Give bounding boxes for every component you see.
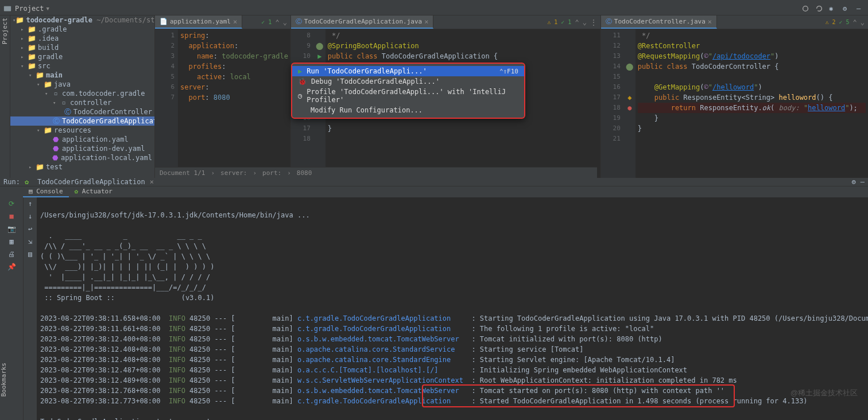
target-icon[interactable] [801, 5, 809, 13]
controller-code[interactable]: */ @RestController @RequestMapping(©"/ap… [636, 29, 868, 178]
tree-item-TodoCoderController[interactable]: ⒸTodoCoderController [10, 107, 154, 116]
up-icon[interactable]: ↑ [28, 200, 32, 208]
tree-item-TodoCoderGradleApplication[interactable]: ⒸTodoCoderGradleApplication [10, 116, 154, 126]
chevron-down-icon[interactable]: ⌄ [283, 18, 287, 26]
left-toolwindow-bar: Project [0, 15, 10, 178]
spring-icon: ✿ [25, 178, 33, 186]
tab-application-yaml[interactable]: 📄 application.yaml × [155, 15, 242, 29]
run-sidebar2: ↑ ↓ ↩ ⇲ ▤ [23, 197, 37, 420]
tree-item-resources[interactable]: ▾📁resources [10, 126, 154, 135]
actuator-tab[interactable]: ✿ Actuator [69, 186, 118, 197]
refresh-icon[interactable] [815, 5, 823, 13]
chevron-up-icon[interactable]: ⌃ [275, 18, 279, 26]
chevron-down-icon[interactable]: ⌄ [861, 18, 865, 26]
tree-item-build[interactable]: ▸📁build [10, 43, 154, 52]
tree-item-main[interactable]: ▾📁main [10, 71, 154, 80]
close-icon[interactable]: × [233, 18, 237, 26]
menu-profile[interactable]: ◷ Profile 'TodoCoderGradleAppli...' with… [292, 87, 524, 105]
tree-item-gradle[interactable]: ▸📁gradle [10, 52, 154, 61]
svg-point-1 [803, 6, 808, 11]
watermark: @稀土掘金技术社区 [790, 388, 858, 398]
log-line: 2023-08-22T09:38:11.658+08:00 INFO 48250… [40, 313, 865, 324]
bug-icon: 🐞 [298, 77, 307, 85]
minimize-icon[interactable]: — [857, 5, 865, 13]
gear-icon[interactable]: ⚙ [843, 5, 851, 13]
highlight-annotation [422, 384, 735, 407]
menu-debug[interactable]: 🐞 Debug 'TodoCoderGradleAppli...' [292, 76, 524, 87]
success-line: TodoCoderGradleApplication start success… [40, 418, 210, 420]
expand-icon[interactable]: ✱ [829, 5, 837, 13]
console-tab[interactable]: ▤ Console [23, 186, 69, 197]
project-tree[interactable]: ▾ 📁 todocoder-gradle ~/Documents/study/c… [10, 15, 155, 178]
minimize-icon[interactable]: — [861, 178, 865, 186]
chevron-up-icon[interactable]: ⌃ [853, 18, 857, 26]
actuator-icon: ✿ [75, 188, 79, 195]
tab-label: application.yaml [170, 18, 231, 25]
layout-icon[interactable]: ▦ [9, 238, 13, 246]
tree-root-path: ~/Documents/study/code/ [96, 16, 155, 24]
menu-label: Debug 'TodoCoderGradleAppli...' [311, 77, 440, 85]
run-panel: Run: ✿ TodoCoderGradleApplication × ⚙ — … [0, 178, 868, 420]
scroll-icon[interactable]: ⇲ [28, 238, 32, 246]
rerun-icon[interactable]: ⟳ [9, 200, 14, 208]
run-context-menu: ▶ Run 'TodoCoderGradleAppli...' ⌃⇧F10 🐞 … [291, 63, 525, 119]
tree-root-label: todocoder-gradle [26, 16, 92, 24]
tree-item-application-local-yaml[interactable]: ⬣application-local.yaml [10, 153, 154, 162]
log-line: 2023-08-22T09:38:12.408+08:00 INFO 48250… [40, 344, 865, 355]
close-icon[interactable]: × [424, 18, 428, 26]
tree-item-application-yaml[interactable]: ⬣application.yaml [10, 135, 154, 144]
pin-icon[interactable]: 📌 [7, 263, 16, 271]
tree-item-application-dev-yaml[interactable]: ⬣application-dev.yaml [10, 144, 154, 153]
menu-label: Modify Run Configuration... [311, 106, 423, 114]
clock-icon: ◷ [298, 92, 302, 100]
close-icon[interactable]: × [708, 18, 712, 26]
editor1-tabs: 📄 application.yaml × ✓ 1 ⌃ ⌄ [155, 15, 290, 29]
menu-run[interactable]: ▶ Run 'TodoCoderGradleAppli...' ⌃⇧F10 [292, 66, 524, 76]
stop-icon[interactable]: ■ [9, 212, 13, 220]
gutter-icons: ⬤ ◆ ● [624, 29, 636, 178]
java-class-icon: Ⓒ [296, 17, 302, 26]
gear-icon[interactable]: ⚙ [852, 178, 856, 186]
tree-item-com-todocoder-gradle[interactable]: ▾▫com.todocoder.gradle [10, 89, 154, 98]
camera-icon[interactable]: 📷 [7, 225, 16, 233]
yaml-code[interactable]: spring: application: name: todocoder-gra… [178, 29, 290, 178]
tree-item-java[interactable]: ▾📁java [10, 80, 154, 89]
close-icon[interactable]: × [150, 178, 154, 186]
editor2-tabs: Ⓒ TodoCoderGradleApplication.java × ⚠ 1 … [291, 15, 600, 29]
more-icon[interactable]: ⋮ [590, 18, 597, 26]
svg-rect-0 [4, 6, 11, 11]
menu-label: Profile 'TodoCoderGradleAppli...' with '… [307, 88, 518, 104]
filter-icon[interactable]: ▤ [28, 250, 32, 258]
project-toolwindow-tab[interactable]: Project [1, 18, 9, 44]
java-class-icon: Ⓒ [606, 17, 612, 26]
tree-root[interactable]: ▾ 📁 todocoder-gradle ~/Documents/study/c… [10, 15, 154, 25]
down-icon[interactable]: ↓ [28, 212, 32, 220]
project-label: Project [15, 5, 44, 13]
menu-modify-config[interactable]: Modify Run Configuration... [292, 105, 524, 115]
java-cmd: /Users/bingju328/soft/jdk-17.0.3.1.jdk/C… [40, 211, 310, 219]
tree-item-src[interactable]: ▾📁src [10, 61, 154, 71]
menu-shortcut: ⌃⇧F10 [499, 68, 518, 75]
wrap-icon[interactable]: ↩ [28, 225, 32, 233]
tree-item--idea[interactable]: ▸📁.idea [10, 34, 154, 43]
gutter: 1234567 [155, 29, 178, 178]
tree-item-controller[interactable]: ▾▫controller [10, 98, 154, 107]
print-icon[interactable]: 🖨 [8, 250, 15, 258]
tab-application-java[interactable]: Ⓒ TodoCoderGradleApplication.java × [291, 15, 434, 29]
editor-breadcrumb: Document 1/1 › server: › port: › 8080 [155, 167, 597, 178]
log-line: 2023-08-22T09:38:12.408+08:00 INFO 48250… [40, 355, 865, 365]
tree-item-test[interactable]: ▸📁test [10, 162, 154, 172]
log-line: 2023-08-22T09:38:11.661+08:00 INFO 48250… [40, 324, 865, 334]
log-line: 2023-08-22T09:38:12.400+08:00 INFO 48250… [40, 334, 865, 344]
bookmarks-toolwindow[interactable]: Bookmarks [0, 361, 10, 402]
tab-controller-java[interactable]: Ⓒ TodoCoderController.java × [601, 15, 717, 29]
console-icon: ▤ [29, 188, 33, 195]
chevron-down-icon[interactable]: ⌄ [583, 18, 587, 26]
project-selector[interactable]: Project ▼ [15, 5, 49, 13]
run-label: Run: [3, 178, 20, 186]
tree-item--gradle[interactable]: ▸📁.gradle [10, 25, 154, 34]
tab-label: TodoCoderGradleApplication.java [304, 18, 422, 25]
top-toolbar: Project ▼ ✱ ⚙ — [0, 2, 868, 15]
play-icon: ▶ [298, 67, 302, 75]
chevron-up-icon[interactable]: ⌃ [575, 18, 579, 26]
